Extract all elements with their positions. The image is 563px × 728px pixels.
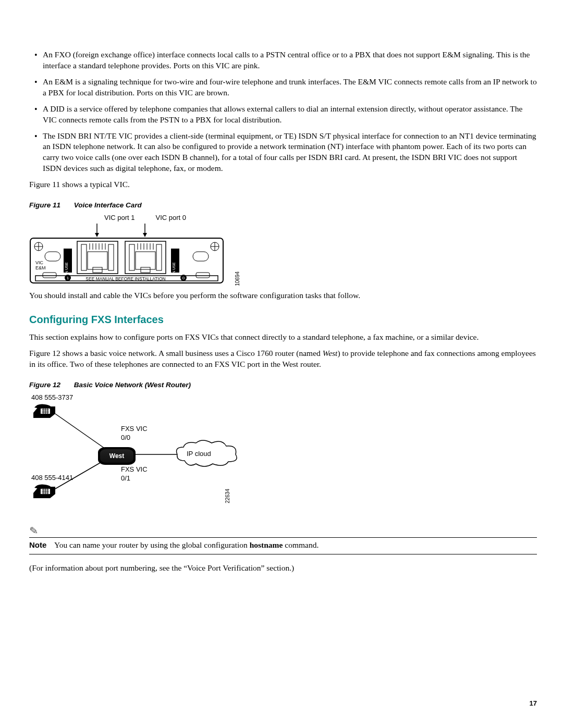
figure12-diagram: 408 555-3737 408 555-4141 — [29, 393, 248, 513]
figure12-title: Basic Voice Network (West Router) — [74, 381, 191, 389]
note-label: Note — [29, 540, 54, 550]
fxs-vic-01-label: FXS VIC 0/1 — [121, 465, 148, 483]
page-number: 17 — [530, 699, 537, 708]
bullet-em: An E&M is a signaling technique for two-… — [43, 77, 537, 98]
svg-rect-31 — [125, 241, 166, 274]
figure11-drawing-id: 10694 — [234, 272, 241, 286]
svg-text:VIC: VIC — [35, 260, 44, 265]
figure12-drawing-id: 22634 — [224, 489, 231, 503]
figure11-title: Voice Interface Card — [74, 201, 142, 209]
section-configuring-fxs: Configuring FXS Interfaces — [29, 313, 537, 327]
port-numbering-paragraph: (For information about port numbering, s… — [29, 563, 537, 574]
svg-rect-15 — [193, 252, 209, 261]
svg-rect-21 — [81, 244, 87, 270]
svg-text:SEE MANUAL BEFORE INSTALLATION: SEE MANUAL BEFORE INSTALLATION — [85, 276, 165, 281]
figure12-number: Figure 12 — [29, 381, 60, 389]
figure12-reference: Figure 12 shows a basic voice network. A… — [29, 348, 537, 370]
figure12-caption: Figure 12 Basic Voice Network (West Rout… — [29, 380, 537, 390]
svg-rect-23 — [88, 252, 107, 269]
cloud-label: IP cloud — [187, 449, 211, 459]
svg-rect-13 — [196, 273, 210, 278]
figure11-diagram: VIC port 1 VIC port 0 — [29, 213, 537, 286]
svg-rect-34 — [136, 252, 155, 269]
svg-rect-32 — [129, 244, 134, 270]
svg-rect-24 — [93, 267, 102, 273]
install-cable-paragraph: You should install and cable the VICs be… — [29, 290, 537, 301]
vic-card-icon: IN USE IN USE — [29, 224, 232, 286]
svg-line-63 — [55, 414, 107, 450]
fxs-vic-00-label: FXS VIC 0/0 — [121, 424, 148, 442]
svg-rect-14 — [45, 252, 60, 261]
svg-rect-22 — [108, 244, 114, 270]
figure11-reference: Figure 11 shows a typical VIC. — [29, 179, 537, 190]
svg-rect-20 — [77, 241, 118, 274]
svg-text:IN USE: IN USE — [65, 262, 68, 275]
router-label: West — [109, 452, 124, 460]
note-block: ✎ Note You can name your router by using… — [29, 524, 537, 554]
svg-rect-12 — [43, 273, 56, 278]
svg-text:1: 1 — [67, 276, 69, 280]
svg-text:E&M: E&M — [35, 265, 46, 270]
vic-port0-label: VIC port 0 — [156, 213, 187, 223]
vic-types-list: An FXO (foreign exchange office) interfa… — [29, 50, 537, 174]
note-pencil-icon: ✎ — [29, 525, 39, 536]
figure11-caption: Figure 11 Voice Interface Card — [29, 201, 537, 210]
bullet-did: A DID is a service offered by telephone … — [43, 104, 537, 126]
svg-marker-1 — [95, 233, 99, 237]
figure11-number: Figure 11 — [29, 201, 60, 209]
svg-rect-33 — [156, 244, 162, 270]
svg-text:IN USE: IN USE — [172, 262, 176, 275]
svg-rect-35 — [141, 267, 150, 273]
svg-text:0: 0 — [182, 276, 185, 280]
bullet-fxo: An FXO (foreign exchange office) interfa… — [43, 50, 537, 71]
bullet-isdn: The ISDN BRI NT/TE VIC provides a client… — [43, 131, 537, 175]
svg-marker-3 — [143, 233, 147, 237]
fxs-intro-paragraph: This section explains how to configure p… — [29, 332, 537, 343]
note-text: You can name your router by using the gl… — [54, 540, 537, 551]
router-icon: West — [98, 447, 136, 465]
vic-port1-label: VIC port 1 — [104, 213, 135, 223]
